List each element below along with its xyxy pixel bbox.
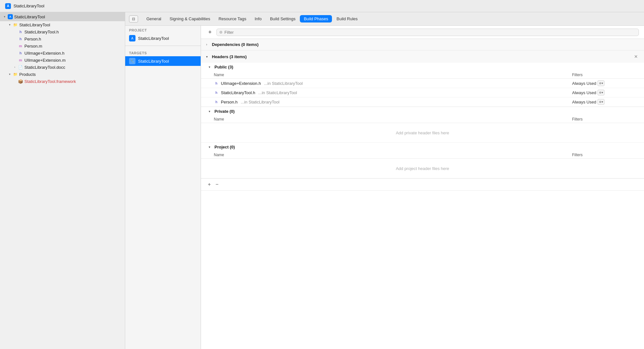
headers-content: ▾ Public (3) Name Filters h UIImage+Exte…	[201, 63, 644, 190]
project-section-header: PROJECT	[125, 26, 201, 33]
tab-build-phases[interactable]: Build Phases	[300, 15, 332, 22]
m-icon: m	[18, 43, 23, 49]
nav-item-staticlibrarytool-folder[interactable]: ▾ 📁 StaticLibraryTool	[0, 21, 125, 28]
project-item-staticlibrarytool[interactable]: A StaticLibraryTool	[125, 33, 201, 43]
title-bar: A StaticLibraryTool	[0, 0, 644, 12]
add-header-button[interactable]: +	[206, 181, 213, 188]
add-phase-button[interactable]: +	[206, 28, 214, 36]
file-label: StaticLibraryTool.h	[24, 30, 59, 34]
private-empty-label: Add private header files here	[396, 130, 449, 135]
file-name: Person.h	[221, 100, 238, 104]
content-area: ⊟ General Signing & Capabilities Resourc…	[125, 12, 644, 349]
nav-item-staticlibrarytool-h[interactable]: h StaticLibraryTool.h	[0, 28, 125, 35]
sidebar-toggle-button[interactable]: ⊟	[129, 15, 138, 22]
dependencies-title: Dependencies (0 items)	[212, 42, 258, 47]
build-content: + ⊜ › Dependencies (0 items)	[201, 26, 644, 349]
nav-root[interactable]: ▾ A StaticLibraryTool	[0, 12, 125, 21]
nav-item-uiimage-extension-h[interactable]: h UIImage+Extension.h	[0, 49, 125, 57]
target-item-staticlibrarytool[interactable]: 🔧 StaticLibraryTool	[125, 56, 201, 66]
public-title: Public (3)	[214, 65, 233, 69]
file-navigator: ▾ A StaticLibraryTool ▾ 📁 StaticLibraryT…	[0, 12, 125, 349]
framework-icon: 📦	[18, 79, 23, 84]
always-used-label: Always Used	[572, 100, 596, 104]
framework-label: StaticLibraryTool.framework	[24, 79, 76, 84]
root-label: StaticLibraryTool	[14, 14, 45, 19]
always-used-label: Always Used	[572, 81, 596, 86]
root-chevron: ▾	[3, 15, 6, 19]
h-icon: h	[18, 50, 23, 56]
remove-header-button[interactable]: −	[214, 181, 220, 188]
spacer	[13, 30, 17, 34]
project-sub-header[interactable]: ▾ Project (0)	[201, 143, 644, 151]
targets-divider	[125, 46, 201, 46]
file-label: UIImage+Extension.h	[24, 51, 65, 56]
h-file-icon: h	[214, 90, 219, 95]
nav-item-uiimage-extension-m[interactable]: m UIImage+Extension.m	[0, 57, 125, 64]
file-label: Person.h	[24, 37, 41, 41]
h-file-icon: h	[214, 81, 219, 86]
bottom-buttons: + −	[201, 178, 644, 190]
tab-general[interactable]: General	[143, 15, 165, 22]
project-empty-area: Add project header files here	[201, 159, 644, 178]
file-row-right: Always Used ⊜▾	[572, 90, 636, 95]
phase-headers: ▾ Headers (3 items) ✕ ▾ Public (3)	[201, 50, 644, 191]
public-sub-header[interactable]: ▾ Public (3)	[201, 63, 644, 71]
private-column-headers: Name Filters	[201, 116, 644, 123]
col-name-label: Name	[214, 117, 572, 121]
h-file-icon: h	[214, 99, 219, 104]
file-row-uiimage-extension[interactable]: h UIImage+Extension.h ...in StaticLibrar…	[201, 79, 644, 88]
folder-label: StaticLibraryTool	[19, 22, 50, 27]
file-name: UIImage+Extension.h	[221, 81, 261, 86]
nav-item-person-m[interactable]: m Person.m	[0, 42, 125, 49]
public-column-headers: Name Filters	[201, 71, 644, 79]
file-label: UIImage+Extension.m	[24, 58, 65, 63]
private-empty-area: Add private header files here	[201, 123, 644, 142]
nav-item-docc[interactable]: › 📄 StaticLibraryTool.docc	[0, 64, 125, 71]
filter-input[interactable]	[224, 30, 636, 35]
private-chevron: ▾	[209, 110, 213, 113]
m-icon: m	[18, 58, 23, 63]
filter-dropdown-button[interactable]: ⊜▾	[597, 99, 605, 105]
file-path: ...in StaticLibraryTool	[263, 81, 303, 86]
project-sub-section: ▾ Project (0) Name Filters Add project h…	[201, 143, 644, 178]
file-row-staticlibrarytool[interactable]: h StaticLibraryTool.h ...in StaticLibrar…	[201, 88, 644, 97]
private-sub-header[interactable]: ▾ Private (0)	[201, 107, 644, 116]
nav-item-framework[interactable]: 📦 StaticLibraryTool.framework	[0, 78, 125, 85]
phase-headers-header[interactable]: ▾ Headers (3 items) ✕	[201, 50, 644, 63]
products-chevron: ▾	[8, 72, 12, 76]
project-item-label: StaticLibraryTool	[138, 36, 169, 41]
tab-info[interactable]: Info	[251, 15, 265, 22]
tab-build-rules[interactable]: Build Rules	[333, 15, 361, 22]
tab-build-settings[interactable]: Build Settings	[266, 15, 300, 22]
filter-icon: ⊜	[219, 30, 222, 34]
nav-item-products-folder[interactable]: ▾ 📁 Products	[0, 71, 125, 78]
tab-bar: ⊟ General Signing & Capabilities Resourc…	[125, 12, 644, 26]
filter-dropdown-button[interactable]: ⊜▾	[597, 80, 605, 86]
col-filters-label: Filters	[572, 153, 636, 157]
docc-icon: 📄	[18, 65, 23, 70]
file-row-person-h[interactable]: h Person.h ...in StaticLibraryTool Alway…	[201, 97, 644, 107]
folder-icon: 📁	[13, 72, 18, 77]
project-chevron: ▾	[209, 145, 213, 149]
target-icon: 🔧	[129, 58, 135, 64]
build-toolbar: + ⊜	[201, 26, 644, 39]
nav-item-person-h[interactable]: h Person.h	[0, 35, 125, 42]
col-name-label: Name	[214, 73, 572, 77]
phase-dependencies: › Dependencies (0 items)	[201, 39, 644, 50]
tab-signing[interactable]: Signing & Capabilities	[166, 15, 214, 22]
folder-chevron: ▾	[8, 23, 12, 27]
phase-dependencies-header[interactable]: › Dependencies (0 items)	[201, 39, 644, 50]
targets-section-header: TARGETS	[125, 49, 201, 56]
h-icon: h	[18, 36, 23, 41]
file-label: Person.m	[24, 44, 42, 49]
project-icon: A	[129, 35, 135, 41]
docc-chevron: ›	[13, 65, 17, 69]
app-icon: A	[5, 3, 11, 9]
target-item-label: StaticLibraryTool	[138, 59, 169, 64]
col-name-label: Name	[214, 153, 572, 157]
filter-dropdown-button[interactable]: ⊜▾	[597, 90, 605, 95]
col-filters-label: Filters	[572, 117, 636, 121]
headers-close-button[interactable]: ✕	[633, 54, 639, 59]
project-column-headers: Name Filters	[201, 151, 644, 159]
tab-resource-tags[interactable]: Resource Tags	[215, 15, 250, 22]
